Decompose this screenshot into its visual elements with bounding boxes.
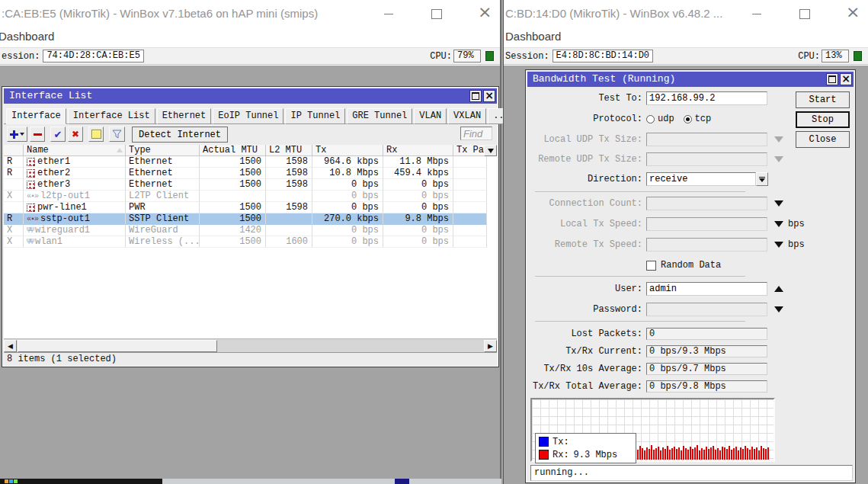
cell-flag: R bbox=[4, 156, 24, 168]
bandwidth-test-titlebar[interactable]: Bandwidth Test (Running) bbox=[527, 72, 854, 87]
tab-ethernet[interactable]: Ethernet bbox=[157, 108, 212, 124]
taskbar bbox=[0, 479, 501, 484]
collapse-arrow-icon[interactable] bbox=[774, 286, 783, 292]
tab-vxlan[interactable]: VXLAN bbox=[448, 108, 486, 124]
column-header[interactable]: Tx Pa bbox=[453, 145, 487, 156]
password-input[interactable] bbox=[646, 303, 767, 316]
right-session-bar: Session: E4:8D:8C:BD:14:D0 CPU: 13% bbox=[504, 47, 868, 65]
graph-bar bbox=[706, 447, 707, 460]
scrollbar-thumb[interactable] bbox=[18, 340, 217, 352]
dropdown-arrow-icon[interactable] bbox=[774, 221, 783, 227]
graph-bar bbox=[658, 447, 659, 460]
minimize-icon[interactable] bbox=[381, 6, 396, 21]
disable-button[interactable]: ✖ bbox=[68, 127, 83, 142]
wireless-icon: ΨΨ bbox=[27, 226, 33, 235]
scroll-left-icon[interactable]: ◀ bbox=[4, 340, 17, 352]
close-icon[interactable] bbox=[483, 90, 495, 102]
comment-button[interactable] bbox=[88, 127, 104, 142]
column-header[interactable]: Type bbox=[126, 145, 200, 156]
minimize-icon[interactable] bbox=[749, 6, 764, 21]
detect-internet-button[interactable]: Detect Internet bbox=[132, 127, 228, 143]
plus-icon bbox=[10, 130, 18, 139]
dropdown-arrow-icon[interactable] bbox=[774, 306, 783, 313]
table-row[interactable]: XΨΨwlan1Wireless (...150016000 bps0 bps bbox=[4, 236, 497, 248]
interface-list-titlebar[interactable]: Interface List bbox=[4, 88, 497, 104]
menu-dashboard[interactable]: Dashboard bbox=[0, 30, 500, 43]
table-row[interactable]: Rether2Ethernet1500159810.8 Mbps459.4 kb… bbox=[4, 168, 497, 179]
interface-list-window: Interface List InterfaceInterface ListEt… bbox=[2, 86, 499, 367]
table-row[interactable]: X«▪»l2tp-out1L2TP Client0 bps0 bps bbox=[4, 191, 497, 202]
maximize-icon[interactable] bbox=[428, 6, 444, 21]
maximize-icon[interactable] bbox=[796, 6, 812, 21]
column-header[interactable]: Actual MTU bbox=[200, 145, 266, 156]
cell-name: «▪»sstp-out1 bbox=[24, 213, 126, 225]
wireless-icon: ΨΨ bbox=[27, 238, 33, 246]
user-input[interactable] bbox=[646, 282, 767, 296]
tab-vlan[interactable]: VLAN bbox=[414, 108, 447, 124]
table-row[interactable]: pwr-line1PWR150015980 bps0 bps bbox=[4, 202, 497, 213]
session-value[interactable]: E4:8D:8C:BD:14:D0 bbox=[553, 50, 653, 63]
cell-l2-mtu: 1598 bbox=[266, 156, 312, 168]
column-header[interactable]: Name bbox=[24, 145, 126, 156]
scroll-right-icon[interactable]: ▶ bbox=[484, 340, 497, 352]
table-row[interactable]: XΨΨwireguard1WireGuard14200 bps0 bps bbox=[4, 225, 497, 236]
lost-packets-label: Lost Packets: bbox=[530, 329, 646, 339]
maximize-icon[interactable] bbox=[826, 73, 838, 85]
legend-label: Tx: bbox=[553, 437, 569, 447]
taskbar-item[interactable] bbox=[395, 479, 409, 484]
tab-eoip-tunnel[interactable]: EoIP Tunnel bbox=[213, 108, 283, 124]
start-button[interactable]: Start bbox=[796, 91, 850, 108]
test-status: running... bbox=[530, 465, 853, 481]
dropdown-arrow-icon[interactable] bbox=[774, 242, 783, 248]
cell-actual-mtu: 1500 bbox=[200, 156, 266, 168]
combo-dropdown-icon[interactable] bbox=[756, 172, 768, 186]
taskbar-segment[interactable] bbox=[0, 479, 162, 484]
find-input[interactable] bbox=[460, 127, 492, 140]
close-icon[interactable] bbox=[476, 6, 491, 21]
column-header[interactable]: L2 MTU bbox=[266, 145, 312, 156]
close-icon[interactable] bbox=[844, 6, 859, 21]
cell-type: WireGuard bbox=[126, 225, 200, 236]
stop-button[interactable]: Stop bbox=[796, 111, 850, 128]
remove-button[interactable] bbox=[30, 127, 45, 142]
table-row[interactable]: Rether1Ethernet15001598964.6 kbps11.8 Mb… bbox=[4, 156, 497, 168]
radio-icon bbox=[646, 115, 655, 123]
column-header[interactable]: Tx bbox=[312, 145, 383, 156]
close-button[interactable]: Close bbox=[796, 131, 850, 148]
cell-rx: 9.8 Mbps bbox=[383, 213, 453, 225]
protocol-options: udptcp bbox=[646, 114, 720, 124]
table-row[interactable]: ether3Ethernet150015980 bps0 bps bbox=[4, 179, 497, 191]
left-window-title: :CA:EB:E5 (MikroTik) - WinBox v7.1beta6 … bbox=[2, 7, 318, 20]
graph-bar bbox=[660, 450, 661, 460]
horizontal-scrollbar[interactable]: ◀ ▶ bbox=[4, 338, 497, 352]
cell-tx-pa bbox=[453, 213, 487, 225]
random-data-checkbox[interactable] bbox=[646, 261, 656, 271]
protocol-label: Protocol: bbox=[530, 114, 646, 124]
session-value[interactable]: 74:4D:28:CA:EB:E5 bbox=[43, 50, 143, 63]
table-row[interactable]: R«▪»sstp-out1SSTP Client1500270.0 kbps9.… bbox=[4, 213, 497, 225]
cell-actual-mtu: 1500 bbox=[200, 168, 266, 179]
right-window-controls bbox=[717, 6, 859, 21]
left-window-controls bbox=[349, 6, 491, 21]
test-to-input[interactable] bbox=[646, 91, 767, 105]
cpu-indicator-icon bbox=[485, 51, 494, 61]
filter-button[interactable] bbox=[109, 127, 125, 142]
cell-tx: 10.8 Mbps bbox=[312, 168, 383, 179]
add-button[interactable] bbox=[7, 127, 27, 142]
menu-dashboard[interactable]: Dashboard bbox=[505, 30, 868, 43]
cell-name: ΨΨwireguard1 bbox=[24, 225, 126, 236]
tab-ip-tunnel[interactable]: IP Tunnel bbox=[285, 108, 345, 124]
close-icon[interactable] bbox=[840, 73, 852, 85]
radio-tcp[interactable]: tcp bbox=[684, 114, 712, 124]
radio-udp[interactable]: udp bbox=[646, 114, 674, 124]
tab-interface-list[interactable]: Interface List bbox=[68, 108, 155, 124]
tab-interface[interactable]: Interface bbox=[6, 108, 66, 124]
column-header[interactable]: Rx bbox=[383, 145, 453, 156]
enable-button[interactable]: ✔ bbox=[50, 127, 66, 142]
tab-gre-tunnel[interactable]: GRE Tunnel bbox=[347, 108, 412, 124]
direction-input[interactable] bbox=[646, 172, 756, 186]
dropdown-arrow-icon[interactable] bbox=[774, 200, 783, 207]
column-header[interactable] bbox=[4, 145, 24, 156]
maximize-icon[interactable] bbox=[469, 90, 482, 102]
column-select-button[interactable] bbox=[484, 145, 497, 156]
